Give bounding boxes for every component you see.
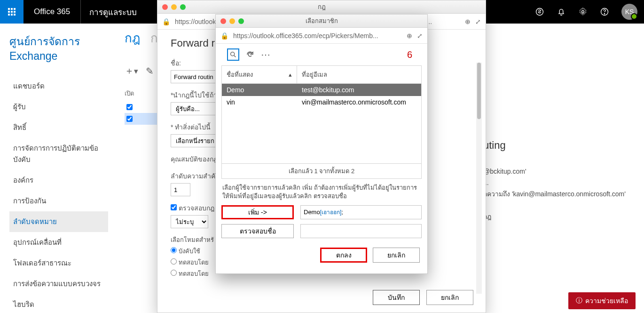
add-rule-button[interactable]: ＋▾ bbox=[125, 64, 138, 77]
window-title: เลือกสมาชิก bbox=[216, 16, 427, 26]
page-title: ศูนย์การจัดการ Exchange bbox=[9, 33, 108, 63]
brand-label: Office 365 bbox=[24, 0, 81, 24]
window-title: กฎ bbox=[157, 2, 486, 12]
nav-protection[interactable]: การป้องกัน bbox=[9, 191, 108, 211]
nav-mobile[interactable]: อุปกรณ์เคลื่อนที่ bbox=[9, 232, 108, 253]
step-number: 6 bbox=[407, 49, 416, 60]
radio-label: ทดสอบโดย bbox=[179, 259, 209, 266]
notifications-icon[interactable] bbox=[557, 7, 566, 16]
more-icon[interactable]: ⋯ bbox=[261, 49, 270, 60]
admin-label: การดูแลระบบ bbox=[81, 6, 145, 18]
col-display-name[interactable]: ชื่อที่แสดง▴ bbox=[222, 66, 297, 83]
col-email[interactable]: ที่อยู่อีเมล bbox=[297, 66, 421, 83]
svg-point-1 bbox=[582, 11, 584, 13]
nav-hybrid[interactable]: ไฮบริด bbox=[9, 294, 108, 313]
nav-unified[interactable]: การส่งข้อความแบบครบวงจร bbox=[9, 273, 108, 294]
rule-enabled-checkbox[interactable] bbox=[126, 116, 133, 122]
member-row[interactable]: Demo test@bckitup.com bbox=[222, 84, 421, 96]
cancel-button[interactable]: ยกเลิก bbox=[373, 248, 420, 263]
reader-icon[interactable]: ⤢ bbox=[475, 18, 481, 25]
remove-member-link[interactable]: [เอาออก] bbox=[320, 209, 342, 216]
lock-icon: 🔒 bbox=[162, 18, 170, 25]
member-picker-modal: เลือกสมาชิก 🔒 https://outlook.office365.… bbox=[215, 14, 428, 274]
nav-compliance[interactable]: การจัดการการปฏิบัติตามข้อบังคับ bbox=[9, 138, 108, 170]
sidebar-nav: แดชบอร์ด ผู้รับ สิทธิ์ การจัดการการปฏิบั… bbox=[9, 76, 108, 313]
nav-recipients[interactable]: ผู้รับ bbox=[9, 96, 108, 117]
radio-label: ทดสอบโดย bbox=[179, 270, 209, 277]
picker-help-text: เลือกผู้ใช้จากรายการแล้วคลิก เพิ่ม ถ้าต้… bbox=[221, 179, 422, 205]
member-name: vin bbox=[227, 98, 302, 106]
tab-rules[interactable]: กฎ bbox=[125, 31, 140, 45]
avatar[interactable]: KS bbox=[621, 4, 637, 20]
modal-scrollbar[interactable] bbox=[476, 63, 482, 294]
label-audit: ตรวจสอบกฎ bbox=[179, 204, 214, 212]
nav-publicfolders[interactable]: โฟลเดอร์สาธารณะ bbox=[9, 253, 108, 273]
svg-point-0 bbox=[536, 8, 543, 16]
audit-checkbox[interactable] bbox=[171, 204, 177, 210]
detail-title: uting bbox=[483, 136, 634, 154]
settings-icon[interactable] bbox=[578, 7, 588, 16]
translate-icon[interactable]: ⊕ bbox=[465, 18, 471, 25]
address-bar: 🔒 https://outlook.office365.com/ecp/Pick… bbox=[216, 28, 427, 44]
url-text: https://outlook.office365.com/ecp/Picker… bbox=[233, 32, 402, 40]
member-list: Demo test@bckitup.com vin vin@mailmaster… bbox=[221, 84, 422, 164]
nav-dashboard[interactable]: แดชบอร์ด bbox=[9, 76, 108, 96]
detail-line: ... bbox=[483, 177, 634, 189]
added-member-name: Demo bbox=[304, 209, 320, 216]
detail-line: กฎ bbox=[483, 211, 634, 223]
nav-permissions[interactable]: สิทธิ์ bbox=[9, 117, 108, 138]
refresh-icon[interactable] bbox=[246, 50, 254, 59]
rule-detail-pane: uting @bckitup.com' ... อความถึง 'kavin@… bbox=[483, 136, 634, 222]
help-button[interactable]: ⓘ ความช่วยเหลือ bbox=[568, 292, 636, 309]
save-button[interactable]: บันทึก bbox=[373, 290, 420, 305]
member-row[interactable]: vin vin@mailmasterco.onmicrosoft.com bbox=[222, 96, 421, 108]
svg-point-3 bbox=[604, 14, 605, 14]
rule-enabled-checkbox[interactable] bbox=[126, 104, 133, 110]
skype-icon[interactable] bbox=[535, 7, 544, 16]
app-launcher[interactable] bbox=[0, 0, 24, 24]
translate-icon[interactable]: ⊕ bbox=[407, 32, 412, 40]
added-members-field[interactable]: Demo[เอาออก]; bbox=[300, 205, 422, 219]
detail-line: @bckitup.com' bbox=[483, 166, 634, 177]
nav-mailflow[interactable]: ลำดับจดหมาย bbox=[9, 211, 108, 232]
check-names-field[interactable] bbox=[300, 224, 422, 238]
member-email: vin@mailmasterco.onmicrosoft.com bbox=[302, 98, 416, 106]
mode-test2-radio[interactable] bbox=[171, 270, 177, 276]
radio-label: บังคับใช้ bbox=[179, 248, 200, 255]
member-table-header: ชื่อที่แสดง▴ ที่อยู่อีเมล bbox=[221, 65, 422, 84]
add-member-button[interactable]: เพิ่ม -> bbox=[221, 205, 294, 219]
search-button[interactable] bbox=[227, 48, 239, 61]
detail-line: อความถึง 'kavin@mailmasterco.onmicrosoft… bbox=[483, 189, 634, 200]
selection-count: เลือกแล้ว 1 จากทั้งหมด 2 bbox=[221, 164, 422, 179]
window-titlebar: กฎ bbox=[157, 0, 486, 14]
lock-icon: 🔒 bbox=[220, 32, 228, 40]
help-question-icon: ⓘ bbox=[576, 297, 582, 305]
mode-enforce-radio[interactable] bbox=[171, 247, 177, 253]
edit-rule-button[interactable]: ✎ bbox=[146, 65, 154, 77]
cancel-button[interactable]: ยกเลิก bbox=[426, 290, 473, 305]
help-icon[interactable] bbox=[600, 7, 609, 16]
mode-test1-radio[interactable] bbox=[171, 258, 177, 265]
reader-icon[interactable]: ⤢ bbox=[417, 32, 423, 40]
svg-point-4 bbox=[231, 52, 235, 56]
help-label: ความช่วยเหลือ bbox=[585, 296, 628, 306]
member-email: test@bckitup.com bbox=[302, 86, 416, 94]
check-names-button[interactable]: ตรวจสอบชื่อ bbox=[221, 224, 294, 238]
member-name: Demo bbox=[227, 86, 302, 94]
left-column: ศูนย์การจัดการ Exchange แดชบอร์ด ผู้รับ … bbox=[0, 24, 108, 313]
severity-select[interactable]: ไม่ระบุ bbox=[171, 215, 208, 228]
priority-input[interactable] bbox=[171, 183, 190, 196]
sort-asc-icon: ▴ bbox=[289, 71, 292, 78]
window-titlebar: เลือกสมาชิก bbox=[216, 15, 427, 28]
nav-organization[interactable]: องค์กร bbox=[9, 170, 108, 191]
ok-button[interactable]: ตกลง bbox=[320, 248, 367, 263]
